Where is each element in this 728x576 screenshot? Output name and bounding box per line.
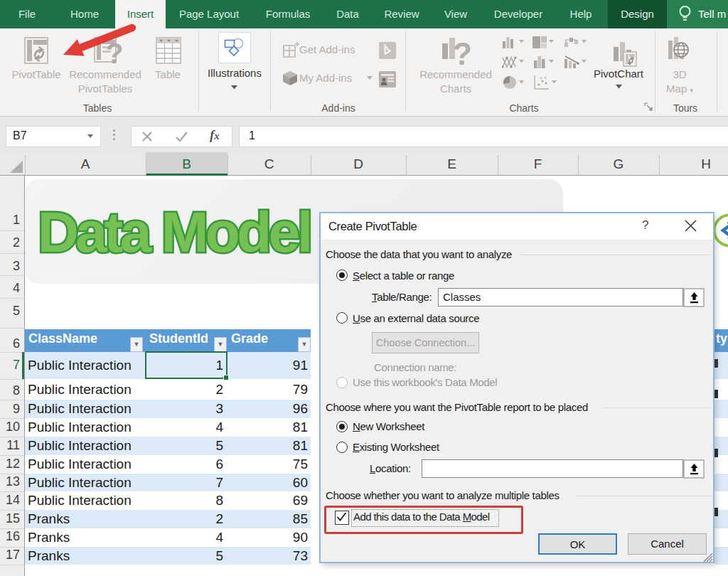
svg-text:?: ? <box>453 36 472 69</box>
svg-text:Data Model: Data Model <box>38 201 310 264</box>
